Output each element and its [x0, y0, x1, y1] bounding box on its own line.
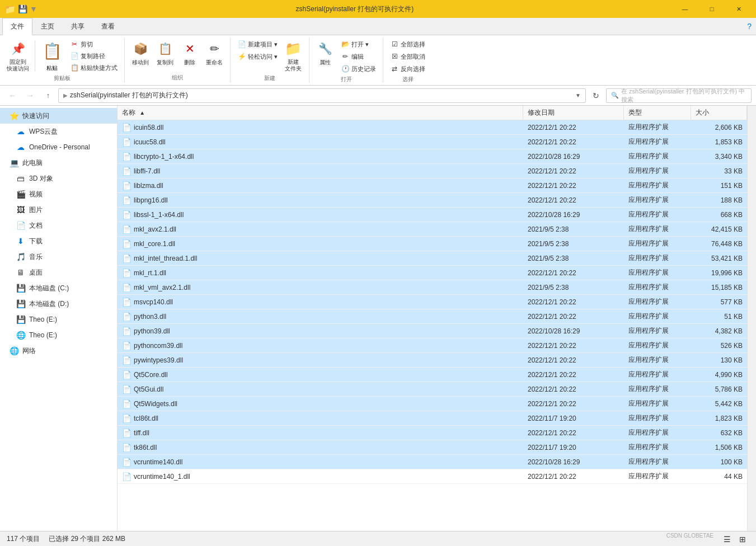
deselect-all-button[interactable]: ☒ 全部取消	[388, 51, 428, 62]
tab-file[interactable]: 文件	[2, 18, 32, 35]
table-row[interactable]: 📄 mkl_intel_thread.1.dll 2021/9/5 2:38 应…	[118, 251, 747, 266]
back-button[interactable]: ←	[4, 88, 20, 103]
sidebar-item-pictures[interactable]: 🖼 图片	[0, 202, 117, 218]
copy-to-button[interactable]: 📋 复制到	[154, 39, 176, 68]
new-folder-label: 新建文件夹	[285, 59, 302, 72]
save-icon: 💾	[18, 4, 27, 13]
tab-share[interactable]: 共享	[63, 18, 93, 35]
copy-path-button[interactable]: 📄 复制路径	[68, 50, 120, 62]
select-all-button[interactable]: ☑ 全部选择	[388, 39, 428, 50]
tab-home[interactable]: 主页	[32, 18, 63, 35]
forward-button[interactable]: →	[22, 88, 38, 103]
easy-access-button[interactable]: ⚡ 轻松访问 ▾	[235, 51, 280, 62]
maximize-button[interactable]: □	[699, 0, 725, 18]
table-row[interactable]: 📄 liblzma.dll 2022/12/1 20:22 应用程序扩展 151…	[118, 178, 747, 193]
delete-button[interactable]: ✕ 删除	[179, 39, 201, 68]
file-name-cell: 📄 vcruntime140_1.dll	[118, 469, 523, 483]
properties-button[interactable]: 🔧 属性	[314, 39, 336, 68]
table-row[interactable]: 📄 python3.dll 2022/12/1 20:22 应用程序扩展 51 …	[118, 309, 747, 324]
table-row[interactable]: 📄 tcl86t.dll 2022/11/7 19:20 应用程序扩展 1,82…	[118, 411, 747, 426]
properties-icon: 🔧	[316, 40, 334, 58]
table-row[interactable]: 📄 tk86t.dll 2022/11/7 19:20 应用程序扩展 1,506…	[118, 440, 747, 455]
help-button[interactable]: ?	[747, 18, 756, 35]
sidebar-item-c-drive[interactable]: 💾 本地磁盘 (C:)	[0, 280, 117, 296]
sidebar-item-3dobjects[interactable]: 🗃 3D 对象	[0, 171, 117, 186]
pictures-icon: 🖼	[16, 205, 26, 215]
table-row[interactable]: 📄 libssl-1_1-x64.dll 2022/10/28 16:29 应用…	[118, 208, 747, 222]
paste-shortcut-button[interactable]: 📋 粘贴快捷方式	[68, 62, 120, 73]
header-type[interactable]: 类型	[624, 106, 691, 120]
paste-button[interactable]: 📋	[39, 39, 65, 63]
sidebar-item-theo-e2[interactable]: 🌐 Theo (E:)	[0, 327, 117, 343]
table-row[interactable]: 📄 tiff.dll 2022/12/1 20:22 应用程序扩展 632 KB	[118, 426, 747, 440]
select-content: ☑ 全部选择 ☒ 全部取消 ⇄ 反向选择	[388, 39, 428, 74]
table-row[interactable]: 📄 mkl_core.1.dll 2021/9/5 2:38 应用程序扩展 76…	[118, 237, 747, 251]
file-rows-container: 📄 icuin58.dll 2022/12/1 20:22 应用程序扩展 2,6…	[118, 120, 747, 484]
file-name-cell: 📄 pythoncom39.dll	[118, 338, 523, 352]
file-name-cell: 📄 icuin58.dll	[118, 120, 523, 134]
history-button[interactable]: 🕐 历史记录	[339, 63, 378, 74]
sidebar-item-music[interactable]: 🎵 音乐	[0, 249, 117, 265]
sidebar-item-quickaccess[interactable]: ⭐ 快速访问	[0, 108, 117, 124]
sidebar-item-videos[interactable]: 🎬 视频	[0, 186, 117, 202]
up-button[interactable]: ↑	[40, 88, 56, 103]
move-label: 移动到	[132, 59, 149, 67]
sidebar-item-network[interactable]: 🌐 网络	[0, 343, 117, 359]
table-row[interactable]: 📄 Qt5Gui.dll 2022/12/1 20:22 应用程序扩展 5,78…	[118, 382, 747, 397]
search-bar[interactable]: 🔍 在 zshSerial(pyinstaller 打包的可执行文件) 中搜索	[606, 88, 752, 103]
new-item-button[interactable]: 📄 新建项目 ▾	[235, 39, 280, 50]
rename-button[interactable]: ✏ 重命名	[203, 39, 226, 68]
close-button[interactable]: ✕	[726, 0, 752, 18]
new-folder-button[interactable]: 📁 新建文件夹	[282, 39, 304, 73]
theo-e2-icon: 🌐	[16, 330, 26, 340]
table-row[interactable]: 📄 msvcp140.dll 2022/12/1 20:22 应用程序扩展 57…	[118, 295, 747, 309]
table-row[interactable]: 📄 python39.dll 2022/10/28 16:29 应用程序扩展 4…	[118, 324, 747, 338]
table-row[interactable]: 📄 vcruntime140_1.dll 2022/12/1 20:22 应用程…	[118, 469, 747, 484]
invert-selection-button[interactable]: ⇄ 反向选择	[388, 63, 428, 74]
table-row[interactable]: 📄 libffi-7.dll 2022/12/1 20:22 应用程序扩展 33…	[118, 164, 747, 178]
sidebar-item-wps[interactable]: ☁ WPS云盘	[0, 124, 117, 139]
sidebar-item-onedrive[interactable]: ☁ OneDrive - Personal	[0, 139, 117, 155]
invert-selection-label: 反向选择	[401, 65, 425, 73]
table-row[interactable]: 📄 pythoncom39.dll 2022/12/1 20:22 应用程序扩展…	[118, 338, 747, 353]
edit-button[interactable]: ✏ 编辑	[339, 51, 378, 62]
open-col: 📂 打开 ▾ ✏ 编辑 🕐 历史记录	[339, 39, 378, 74]
dll-icon: 📄	[122, 341, 132, 350]
large-icon-view-button[interactable]: ⊞	[736, 533, 749, 546]
sidebar-item-theo-e1[interactable]: 💾 Theo (E:)	[0, 312, 117, 327]
table-row[interactable]: 📄 vcruntime140.dll 2022/10/28 16:29 应用程序…	[118, 455, 747, 469]
table-row[interactable]: 📄 mkl_vml_avx2.1.dll 2021/9/5 2:38 应用程序扩…	[118, 280, 747, 295]
sidebar-item-d-drive[interactable]: 💾 本地磁盘 (D:)	[0, 296, 117, 312]
file-size-cell: 4,990 KB	[691, 368, 747, 382]
file-date-cell: 2022/12/1 20:22	[523, 295, 624, 309]
table-row[interactable]: 📄 mkl_rt.1.dll 2022/12/1 20:22 应用程序扩展 19…	[118, 266, 747, 280]
thispc-icon: 💻	[9, 158, 19, 168]
clipboard-content: 📌 固定到快速访问 📋 粘贴 ✂ 剪切 📄 复制路径	[4, 39, 120, 73]
table-row[interactable]: 📄 libcrypto-1_1-x64.dll 2022/10/28 16:29…	[118, 149, 747, 164]
table-row[interactable]: 📄 Qt5Core.dll 2022/12/1 20:22 应用程序扩展 4,9…	[118, 368, 747, 382]
header-size[interactable]: 大小	[691, 106, 747, 120]
table-row[interactable]: 📄 mkl_avx2.1.dll 2021/9/5 2:38 应用程序扩展 42…	[118, 222, 747, 237]
pin-to-quickaccess-button[interactable]: 📌 固定到快速访问	[4, 39, 31, 73]
sidebar-item-documents[interactable]: 📄 文档	[0, 218, 117, 233]
sidebar-item-desktop[interactable]: 🖥 桌面	[0, 265, 117, 280]
tab-view[interactable]: 查看	[93, 18, 123, 35]
file-name-cell: 📄 vcruntime140.dll	[118, 455, 523, 469]
detail-view-button[interactable]: ☰	[720, 533, 734, 546]
sidebar-item-downloads[interactable]: ⬇ 下载	[0, 233, 117, 249]
cut-button[interactable]: ✂ 剪切	[68, 39, 120, 50]
open-button[interactable]: 📂 打开 ▾	[339, 39, 378, 50]
refresh-button[interactable]: ↻	[588, 88, 604, 103]
header-name[interactable]: 名称 ▲	[118, 106, 523, 120]
table-row[interactable]: 📄 libpng16.dll 2022/12/1 20:22 应用程序扩展 18…	[118, 193, 747, 208]
minimize-button[interactable]: —	[672, 0, 698, 18]
table-row[interactable]: 📄 icuuc58.dll 2022/12/1 20:22 应用程序扩展 1,8…	[118, 135, 747, 149]
header-date[interactable]: 修改日期	[523, 106, 624, 120]
table-row[interactable]: 📄 icuin58.dll 2022/12/1 20:22 应用程序扩展 2,6…	[118, 120, 747, 135]
move-to-button[interactable]: 📦 移动到	[129, 39, 152, 68]
copy-icon: 📋	[156, 40, 174, 58]
table-row[interactable]: 📄 Qt5Widgets.dll 2022/12/1 20:22 应用程序扩展 …	[118, 397, 747, 411]
sidebar-item-thispc[interactable]: 💻 此电脑	[0, 155, 117, 171]
address-bar[interactable]: ▶ zshSerial(pyinstaller 打包的可执行文件) ▼	[58, 88, 586, 103]
table-row[interactable]: 📄 pywintypes39.dll 2022/12/1 20:22 应用程序扩…	[118, 353, 747, 368]
